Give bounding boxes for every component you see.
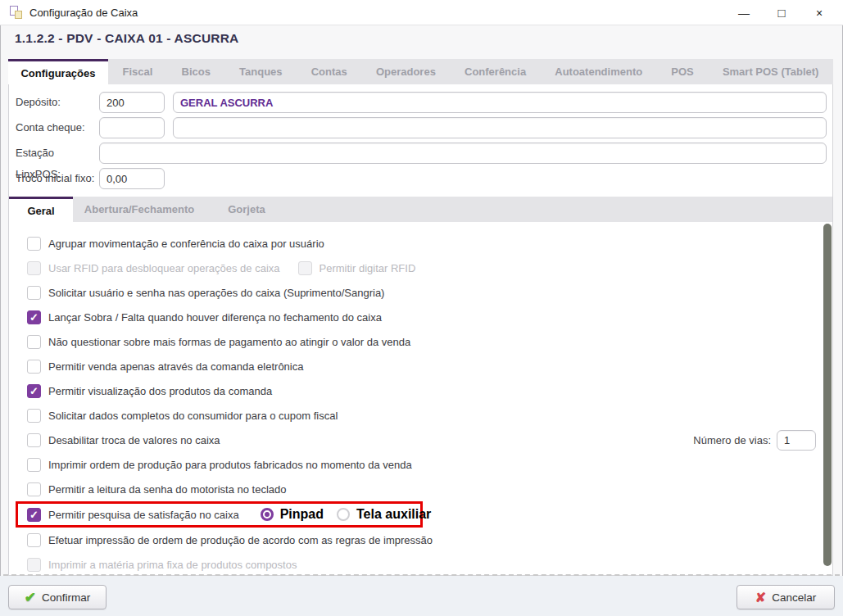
highlight-box: Permitir pesquisa de satisfação no caixa… (16, 501, 423, 528)
confirm-button-label: Confirmar (42, 591, 90, 604)
checkbox-pesquisa-satisfacao[interactable] (27, 508, 41, 522)
content-panel: Depósito: Conta cheque: Estação LinxPOS:… (8, 84, 833, 576)
option-label: Permitir a leitura da senha do motorista… (48, 483, 287, 496)
sub-tabs: Geral Abertura/Fechamento Gorjeta (9, 197, 832, 222)
subtab-gorjeta[interactable]: Gorjeta (206, 197, 288, 222)
radio-tela-auxiliar[interactable] (337, 508, 350, 521)
minimize-icon[interactable]: — (725, 0, 763, 25)
options-list: Agrupar movimentação e conferência do ca… (9, 231, 832, 576)
numero-vias-input[interactable] (777, 430, 816, 451)
checkbox-venda-comanda-eletronica[interactable] (27, 360, 41, 374)
troco-inicial-input[interactable] (99, 168, 165, 189)
option-row: Usar RFID para desbloquear operações de … (9, 256, 832, 280)
option-row: Solicitar dados completos do consumidor … (9, 403, 832, 428)
option-row: Imprimir a matéria prima fixa de produto… (9, 552, 832, 576)
tab-bicos[interactable]: Bicos (167, 59, 225, 84)
option-label: Efetuar impressão de ordem de produção d… (48, 534, 433, 546)
radio-pinpad-label: Pinpad (280, 507, 324, 522)
option-label: Não questionar sobre mais formas de paga… (48, 336, 410, 348)
option-row: Permitir venda apenas através da comanda… (9, 354, 832, 378)
option-label: Solicitar dados completos do consumidor … (48, 410, 338, 422)
option-row: Solicitar usuário e senha nas operações … (9, 280, 832, 305)
deposito-label: Depósito: (16, 92, 99, 113)
option-label: Desabilitar troca de valores no caixa (48, 434, 220, 446)
option-row: Imprimir ordem de produção para produtos… (9, 452, 832, 477)
tab-conferencia[interactable]: Conferência (450, 59, 540, 84)
option-label: Permitir pesquisa de satisfação no caixa (48, 509, 239, 521)
tab-autoatendimento[interactable]: Autoatendimento (541, 59, 657, 84)
checkbox-permitir-digitar-rfid[interactable] (298, 261, 312, 275)
conta-cheque-name-field[interactable] (173, 117, 827, 138)
satisfaction-radio-group: Pinpad Tela auxiliar (261, 507, 445, 522)
main-tabs: Configurações Fiscal Bicos Tanques Conta… (8, 59, 833, 84)
confirm-check-icon: ✔ (25, 589, 36, 606)
option-row: Efetuar impressão de ordem de produção d… (9, 528, 832, 552)
tab-configuracoes[interactable]: Configurações (8, 59, 108, 84)
checkbox-imprimir-materia-prima[interactable] (27, 558, 41, 572)
option-row: Agrupar movimentação e conferência do ca… (9, 231, 832, 256)
option-label: Usar RFID para desbloquear operações de … (48, 262, 280, 274)
numero-vias-group: Número de vias: (693, 429, 816, 451)
tab-smart-pos-tablet[interactable]: Smart POS (Tablet) (708, 59, 833, 84)
window-controls: — □ × (725, 0, 838, 25)
checkbox-efetuar-impressao-ordem[interactable] (27, 533, 41, 547)
close-icon[interactable]: × (800, 0, 838, 25)
checkbox-solicitar-usuario-senha[interactable] (27, 286, 41, 300)
checkbox-agrupar-movimentacao[interactable] (27, 237, 41, 251)
tab-contas[interactable]: Contas (297, 59, 361, 84)
checkbox-leitura-senha-motorista[interactable] (27, 482, 41, 496)
maximize-icon[interactable]: □ (763, 0, 800, 25)
option-row: Permitir visualização dos produtos da co… (9, 378, 832, 403)
option-row: Não questionar sobre mais formas de paga… (9, 329, 832, 354)
subtab-abertura-fechamento[interactable]: Abertura/Fechamento (73, 197, 206, 222)
dialog-window: Configuração de Caixa — □ × 1.1.2.2 - PD… (0, 0, 843, 616)
checkbox-nao-questionar-pagamento[interactable] (27, 335, 41, 349)
radio-tela-auxiliar-label: Tela auxiliar (356, 507, 431, 522)
option-row: Lançar Sobra / Falta quando houver difer… (9, 305, 832, 329)
radio-pinpad[interactable] (261, 508, 274, 521)
deposito-code-input[interactable] (99, 92, 165, 113)
window-title: Configuração de Caixa (29, 7, 138, 19)
checkbox-lancar-sobra-falta[interactable] (27, 310, 41, 324)
checkbox-desabilitar-troca-valores[interactable] (27, 433, 41, 447)
checkbox-imprimir-ordem-producao[interactable] (27, 458, 41, 472)
checkbox-usar-rfid[interactable] (27, 261, 41, 275)
page-title: 1.1.2.2 - PDV - CAIXA 01 - ASCURRA (15, 31, 239, 46)
cancel-button[interactable]: ✘ Cancelar (736, 585, 835, 609)
tab-fiscal[interactable]: Fiscal (108, 59, 167, 84)
conta-cheque-label: Conta cheque: (16, 117, 99, 138)
title-bar: Configuração de Caixa — □ × (0, 0, 843, 25)
checkbox-dados-completos-consumidor[interactable] (27, 409, 41, 423)
option-row-highlighted: Permitir pesquisa de satisfação no caixa… (9, 501, 832, 528)
conta-cheque-code-input[interactable] (99, 117, 165, 138)
troco-inicial-label: Troco inicial fixo: (16, 168, 99, 189)
option-label: Permitir digitar RFID (320, 262, 416, 274)
footer-bar: ✔ Confirmar ✘ Cancelar (0, 576, 843, 616)
option-label: Imprimir ordem de produção para produtos… (48, 459, 412, 471)
vertical-scrollbar[interactable] (823, 224, 832, 566)
tab-pos[interactable]: POS (657, 59, 709, 84)
tab-tanques[interactable]: Tanques (225, 59, 297, 84)
option-label: Imprimir a matéria prima fixa de produto… (48, 559, 297, 571)
option-row: Permitir a leitura da senha do motorista… (9, 477, 832, 501)
app-icon (10, 6, 22, 19)
option-label: Agrupar movimentação e conferência do ca… (48, 238, 324, 250)
tab-operadores[interactable]: Operadores (361, 59, 450, 84)
confirm-button[interactable]: ✔ Confirmar (8, 585, 107, 609)
option-label: Permitir visualização dos produtos da co… (48, 385, 272, 397)
option-label: Permitir venda apenas através da comanda… (48, 360, 303, 373)
subtab-geral[interactable]: Geral (9, 197, 73, 222)
checkbox-visualizacao-produtos-comanda[interactable] (27, 384, 41, 398)
cancel-button-label: Cancelar (772, 591, 816, 604)
cancel-x-icon: ✘ (755, 590, 766, 605)
estacao-linxpos-input[interactable] (99, 143, 827, 164)
option-label: Lançar Sobra / Falta quando houver difer… (48, 311, 382, 324)
option-label: Solicitar usuário e senha nas operações … (48, 287, 384, 299)
deposito-name-field[interactable] (173, 92, 827, 113)
numero-vias-label: Número de vias: (693, 434, 771, 446)
